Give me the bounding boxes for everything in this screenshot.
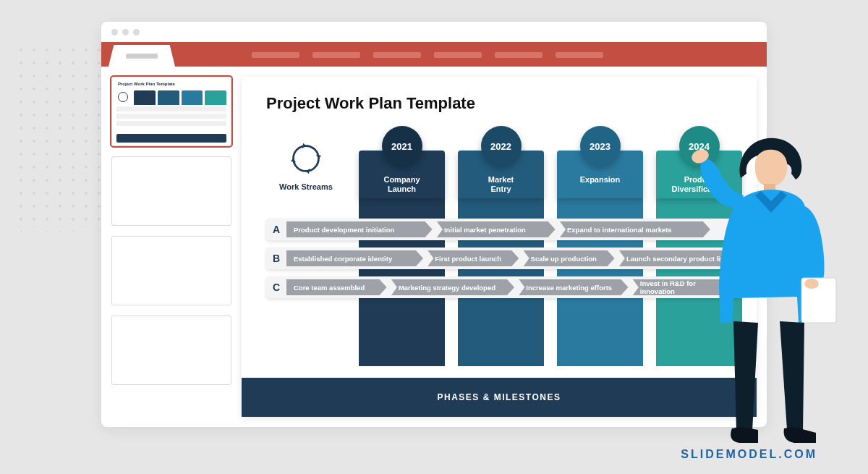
window-dot — [111, 29, 118, 35]
task-arrow: Established corporate identity — [286, 250, 423, 266]
window-dot — [122, 29, 129, 35]
year-badge: 2022 — [481, 126, 522, 166]
row-label: A — [266, 219, 286, 240]
phase-col-2: 2022 MarketEntry — [458, 137, 544, 198]
presenter-illustration — [694, 136, 839, 447]
ribbon-tab[interactable] — [373, 52, 421, 58]
row-track: Established corporate identityFirst prod… — [286, 247, 742, 269]
slide-title: Project Work Plan Template — [242, 77, 757, 119]
task-rows: A Product development initiationInitial … — [266, 219, 742, 298]
task-row: B Established corporate identityFirst pr… — [266, 247, 742, 269]
slide-thumbnail-1[interactable]: Project Work Plan Template — [111, 77, 231, 146]
slide-thumbnail-3[interactable] — [111, 236, 231, 305]
task-arrow: Core team assembled — [286, 279, 387, 295]
task-arrow: Marketing strategy developed — [391, 279, 514, 295]
slide-thumbnail-panel: Project Work Plan Template — [111, 77, 231, 385]
ribbon-tab-active[interactable] — [109, 45, 175, 67]
slide-thumbnail-4[interactable] — [111, 316, 231, 385]
slide-thumbnail-2[interactable] — [111, 156, 231, 226]
app-window: Project Work Plan Template Project Work … — [101, 22, 767, 427]
task-row: A Product development initiationInitial … — [266, 219, 742, 240]
task-arrow: Expand to international markets — [560, 221, 710, 237]
workstreams-header: Work Streams — [266, 137, 346, 191]
phase-col-1: 2021 CompanyLaunch — [359, 137, 445, 198]
svg-point-7 — [804, 279, 819, 289]
year-badge: 2023 — [580, 126, 621, 166]
cycle-icon — [289, 142, 323, 175]
year-badge: 2021 — [382, 126, 422, 166]
workstreams-label: Work Streams — [266, 182, 346, 191]
row-label: C — [266, 276, 286, 298]
ribbon-tab[interactable] — [556, 52, 603, 58]
task-arrow: Scale up production — [524, 250, 615, 266]
slide-canvas[interactable]: Project Work Plan Template Work Str — [242, 77, 757, 417]
ribbon-tab[interactable] — [495, 52, 542, 58]
ribbon-tab[interactable] — [312, 52, 360, 58]
task-arrow: Product development initiation — [286, 221, 433, 237]
window-titlebar — [101, 22, 767, 42]
task-arrow: First product launch — [427, 250, 519, 266]
ribbon-bar — [101, 42, 767, 67]
window-dot — [133, 29, 140, 35]
slide-footer: PHASES & MILESTONES — [242, 378, 757, 417]
row-track: Core team assembledMarketing strategy de… — [286, 276, 742, 298]
brand-watermark: SLIDEMODEL.COM — [681, 448, 817, 461]
task-row: C Core team assembledMarketing strategy … — [266, 276, 742, 298]
ribbon-tab[interactable] — [252, 52, 299, 58]
ribbon-tab[interactable] — [434, 52, 482, 58]
task-arrow: Increase marketing efforts — [519, 279, 628, 295]
task-arrow: Initial market penetration — [437, 221, 556, 237]
thumb-title: Project Work Plan Template — [118, 82, 175, 86]
phase-header-row: Work Streams 2021 CompanyLaunch 2022 Mar… — [266, 137, 742, 217]
row-track: Product development initiationInitial ma… — [286, 219, 742, 240]
phase-col-3: 2023 Expansion — [557, 137, 643, 198]
row-label: B — [266, 247, 286, 269]
